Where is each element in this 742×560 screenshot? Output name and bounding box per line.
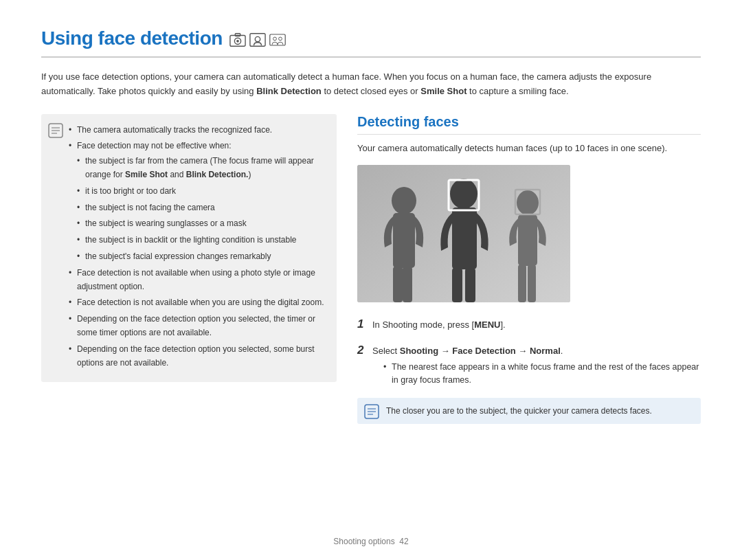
- svg-point-18: [450, 179, 477, 209]
- footer-page-num: 42: [399, 537, 408, 546]
- section-title: Detecting faces: [357, 114, 701, 135]
- face-detection-image: [357, 165, 570, 302]
- svg-rect-19: [452, 208, 477, 269]
- tip-box: The closer you are to the subject, the q…: [357, 398, 701, 424]
- right-column: Detecting faces Your camera automaticall…: [357, 114, 701, 424]
- note-sub-item-4: the subject is wearing sunglasses or a m…: [77, 217, 326, 231]
- svg-rect-17: [403, 267, 412, 302]
- note-item-1: The camera automatically tracks the reco…: [69, 124, 326, 137]
- step-2-sublist: The nearest face appears in a white focu…: [372, 361, 701, 387]
- svg-rect-23: [518, 214, 537, 266]
- svg-rect-21: [465, 268, 475, 302]
- note-sub-item-1: the subject is far from the camera (The …: [77, 155, 326, 182]
- note-icon: [48, 123, 63, 138]
- svg-rect-25: [528, 265, 536, 302]
- svg-rect-24: [518, 265, 526, 302]
- tip-text: The closer you are to the subject, the q…: [386, 406, 652, 416]
- page-title-section: Using face detection: [41, 27, 701, 58]
- note-item-4: Face detection is not available when you…: [69, 296, 326, 310]
- multi-face-icon: [269, 33, 286, 47]
- note-box: The camera automatically tracks the reco…: [41, 114, 337, 383]
- camera-face-icon: [229, 33, 246, 47]
- note-item-3: Face detection is not available when usi…: [69, 267, 326, 294]
- tip-icon: [364, 404, 379, 419]
- svg-rect-2: [235, 34, 240, 36]
- svg-rect-16: [393, 267, 403, 302]
- note-item-2: Face detection may not be effective when…: [69, 139, 326, 263]
- content-columns: The camera automatically tracks the reco…: [41, 114, 701, 424]
- svg-rect-4: [250, 34, 265, 46]
- page-title: Using face detection: [41, 27, 223, 49]
- intro-text: If you use face detection options, your …: [41, 70, 701, 99]
- svg-rect-15: [393, 213, 415, 268]
- note-list: The camera automatically tracks the reco…: [69, 124, 326, 370]
- note-item-6: Depending on the face detection option y…: [69, 343, 326, 370]
- left-column: The camera automatically tracks the reco…: [41, 114, 337, 383]
- title-icons: [229, 33, 286, 47]
- svg-rect-20: [452, 268, 462, 302]
- svg-point-14: [392, 187, 416, 214]
- svg-point-5: [255, 36, 260, 41]
- svg-point-3: [236, 40, 239, 43]
- note-sub-list: the subject is far from the camera (The …: [77, 155, 326, 264]
- svg-point-7: [273, 37, 276, 41]
- step-2-sub-item: The nearest face appears in a white focu…: [383, 361, 701, 387]
- note-item-5: Depending on the face detection option y…: [69, 313, 326, 340]
- note-sub-item-6: the subject's facial expression changes …: [77, 250, 326, 264]
- steps: 1 In Shooting mode, press [MENU]. 2 Sele…: [357, 315, 701, 388]
- note-sub-item-2: it is too bright or too dark: [77, 185, 326, 199]
- face-grid-icon: [249, 33, 266, 47]
- footer-text: Shooting options: [333, 537, 394, 546]
- step-2: 2 Select Shooting → Face Detection → Nor…: [357, 341, 701, 388]
- svg-point-8: [278, 37, 282, 41]
- step-1: 1 In Shooting mode, press [MENU].: [357, 315, 701, 333]
- svg-point-22: [517, 190, 539, 215]
- note-sub-item-5: the subject is in backlit or the lightin…: [77, 234, 326, 247]
- section-description: Your camera automatically detects human …: [357, 142, 701, 156]
- note-sub-item-3: the subject is not facing the camera: [77, 201, 326, 215]
- footer: Shooting options 42: [0, 537, 742, 546]
